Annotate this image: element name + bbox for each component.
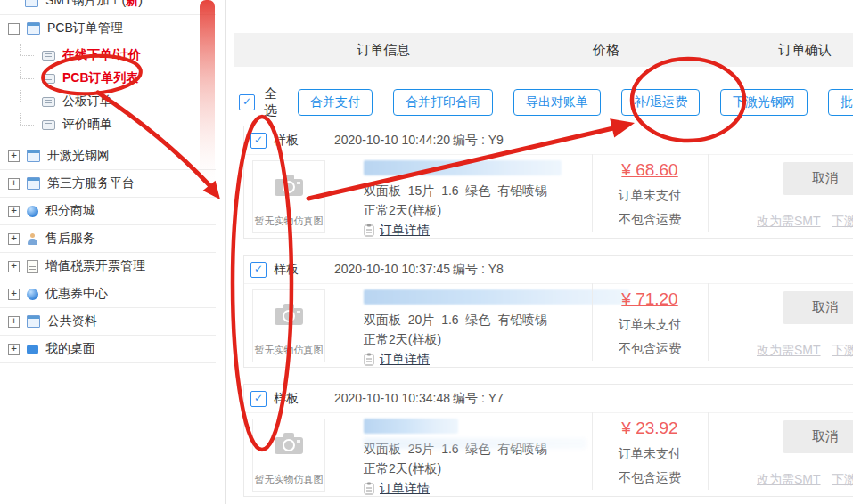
order-card: ✓ 样板 2020-10-10 10:34:48 编号 : Y7 暂无实物仿真图… xyxy=(243,384,853,497)
form-icon xyxy=(42,120,55,130)
order-lead-time: 正常2天(样板) xyxy=(364,200,588,220)
expand-icon[interactable]: + xyxy=(8,289,20,300)
board-preview-placeholder: 暂无实物仿真图 xyxy=(252,419,325,492)
expand-icon[interactable]: + xyxy=(8,150,20,162)
order-card-header: ✓ 样板 2020-10-10 10:44:20 编号 : Y9 xyxy=(244,126,853,155)
change-to-smt-link[interactable]: 改为需SMT xyxy=(757,343,821,359)
sphere-icon xyxy=(27,289,38,300)
expand-icon[interactable]: + xyxy=(8,233,20,245)
price-column: ¥ 71.20 订单未支付 不包含运费 xyxy=(592,289,708,357)
freight-adjust-button[interactable]: 补/退运费 xyxy=(621,89,700,116)
redacted-product-name xyxy=(364,419,458,434)
order-type: 样板 xyxy=(274,262,299,278)
sidebar-item-points-mall[interactable]: + 积分商城 xyxy=(0,198,216,225)
sidebar-item-public-board-order[interactable]: 公板订单 xyxy=(0,90,216,113)
cancel-order-button[interactable]: 取消 xyxy=(783,420,853,453)
expand-icon[interactable]: + xyxy=(8,344,20,355)
window-icon xyxy=(27,315,40,328)
merge-pay-button[interactable]: 合并支付 xyxy=(298,89,373,116)
form-icon xyxy=(42,97,55,107)
camera-icon xyxy=(274,432,304,455)
sidebar-item-my-desktop[interactable]: + 我的桌面 xyxy=(0,336,216,363)
clipboard-icon xyxy=(364,224,374,237)
order-checkbox[interactable]: ✓ xyxy=(250,262,267,278)
sidebar-item-label: PCB订单管理 xyxy=(47,20,123,37)
sidebar-item-label: 开激光钢网 xyxy=(47,148,110,164)
sidebar-item-label: 第三方服务平台 xyxy=(47,175,135,191)
order-price[interactable]: ¥ 71.20 xyxy=(621,289,677,309)
cancel-order-button[interactable]: 取消 xyxy=(783,162,853,195)
clipboard-icon xyxy=(364,353,374,366)
order-number: 编号 : Y8 xyxy=(453,262,504,278)
collapse-icon[interactable]: − xyxy=(8,23,20,35)
sidebar-item-review-share[interactable]: 评价晒单 xyxy=(0,113,216,136)
clipboard-icon xyxy=(364,482,374,495)
batch-print-delivery-button[interactable]: 批量打印送货单 xyxy=(828,89,853,116)
no-image-text: 暂无实物仿真图 xyxy=(253,215,324,228)
window-icon xyxy=(25,0,38,7)
order-detail-link[interactable]: 订单详情 xyxy=(380,220,430,240)
order-detail-link[interactable]: 订单详情 xyxy=(380,478,430,498)
column-divider xyxy=(708,412,709,490)
list-column-header: 订单信息 价格 订单确认 xyxy=(234,33,853,67)
order-card: ✓ 样板 2020-10-10 10:37:45 编号 : Y8 暂无实物仿真图… xyxy=(243,255,853,368)
column-price: 价格 xyxy=(593,42,619,59)
freight-note: 不包含运费 xyxy=(592,212,708,228)
change-to-smt-link[interactable]: 改为需SMT xyxy=(757,214,821,230)
expand-icon[interactable]: + xyxy=(8,261,20,272)
export-statement-button[interactable]: 导出对账单 xyxy=(513,89,601,116)
order-datetime: 2020-10-10 10:37:45 xyxy=(334,262,450,276)
order-details: 双面板 20片 1.6 绿色 有铅喷锡 正常2天(样板) 订单详情 xyxy=(364,288,588,369)
sidebar-item-third-party-platform[interactable]: + 第三方服务平台 xyxy=(0,170,216,198)
sidebar-item-pcb-order-mgmt[interactable]: − PCB订单管理 xyxy=(0,15,216,42)
expand-icon[interactable]: + xyxy=(8,316,20,328)
sidebar-item-pcb-order-list[interactable]: PCB订单列表 xyxy=(0,67,216,90)
order-card: ✓ 样板 2020-10-10 10:44:20 编号 : Y9 暂无实物仿真图… xyxy=(243,126,853,239)
person-icon xyxy=(27,233,38,245)
window-icon xyxy=(27,22,40,35)
sidebar-item-smt-stencil[interactable]: SMT钢片加工(新) xyxy=(0,0,216,15)
invoice-icon xyxy=(27,260,38,273)
order-type: 样板 xyxy=(274,133,299,149)
toolbar: ✓ 全选 合并支付 合并打印合同 导出对账单 补/退运费 下激光钢网 批量打印送… xyxy=(239,88,853,117)
order-checkbox[interactable]: ✓ xyxy=(250,133,267,149)
price-column: ¥ 23.92 订单未支付 不包含运费 xyxy=(592,419,708,486)
form-icon xyxy=(42,51,55,61)
column-divider xyxy=(708,154,709,232)
order-number: 编号 : Y7 xyxy=(453,391,504,407)
laser-stencil-link-clipped[interactable]: 下激 xyxy=(832,343,853,359)
order-checkbox[interactable]: ✓ xyxy=(250,391,267,407)
sidebar-item-online-order[interactable]: 在线下单/计价 xyxy=(0,44,216,67)
order-laser-stencil-button[interactable]: 下激光钢网 xyxy=(720,89,808,116)
column-divider xyxy=(708,283,709,361)
redacted-text-blur xyxy=(364,438,586,449)
expand-icon[interactable]: + xyxy=(8,178,20,190)
freight-note: 不包含运费 xyxy=(592,341,708,357)
order-card-header: ✓ 样板 2020-10-10 10:34:48 编号 : Y7 xyxy=(244,385,853,413)
change-to-smt-link[interactable]: 改为需SMT xyxy=(757,472,821,488)
sidebar-item-laser-stencil[interactable]: + 开激光钢网 xyxy=(0,142,216,170)
sidebar-item-vat-invoice[interactable]: + 增值税票开票管理 xyxy=(0,253,216,280)
sidebar: SMT钢片加工(新) − PCB订单管理 在线下单/计价 PCB订单列表 公板订… xyxy=(0,0,216,504)
laser-stencil-link-clipped[interactable]: 下激 xyxy=(832,472,853,488)
order-price[interactable]: ¥ 68.60 xyxy=(621,160,677,180)
order-price[interactable]: ¥ 23.92 xyxy=(621,419,677,438)
laser-stencil-link-clipped[interactable]: 下激 xyxy=(832,214,853,230)
order-spec: 双面板 20片 1.6 绿色 有铅喷锡 xyxy=(364,311,588,329)
cancel-order-button[interactable]: 取消 xyxy=(783,291,853,324)
merge-print-contract-button[interactable]: 合并打印合同 xyxy=(393,89,493,116)
select-all-checkbox[interactable]: ✓ xyxy=(239,94,255,110)
order-datetime: 2020-10-10 10:44:20 xyxy=(334,133,450,147)
sidebar-item-public-data[interactable]: + 公共资料 xyxy=(0,308,216,336)
order-detail-link[interactable]: 订单详情 xyxy=(380,349,430,369)
sphere-icon xyxy=(27,206,38,217)
order-lead-time: 正常2天(样板) xyxy=(364,459,588,478)
sidebar-item-coupon-center[interactable]: + 优惠券中心 xyxy=(0,280,216,308)
order-details: 双面板 15片 1.6 绿色 有铅喷锡 正常2天(样板) 订单详情 xyxy=(364,159,588,240)
order-details: 双面板 25片 1.6 绿色 有铅喷锡 正常2天(样板) 订单详情 xyxy=(364,417,588,498)
pay-status: 订单未支付 xyxy=(592,317,708,333)
panel-divider xyxy=(225,0,226,504)
board-preview-placeholder: 暂无实物仿真图 xyxy=(252,160,325,233)
sidebar-item-after-sales[interactable]: + 售后服务 xyxy=(0,225,216,253)
expand-icon[interactable]: + xyxy=(8,206,20,217)
